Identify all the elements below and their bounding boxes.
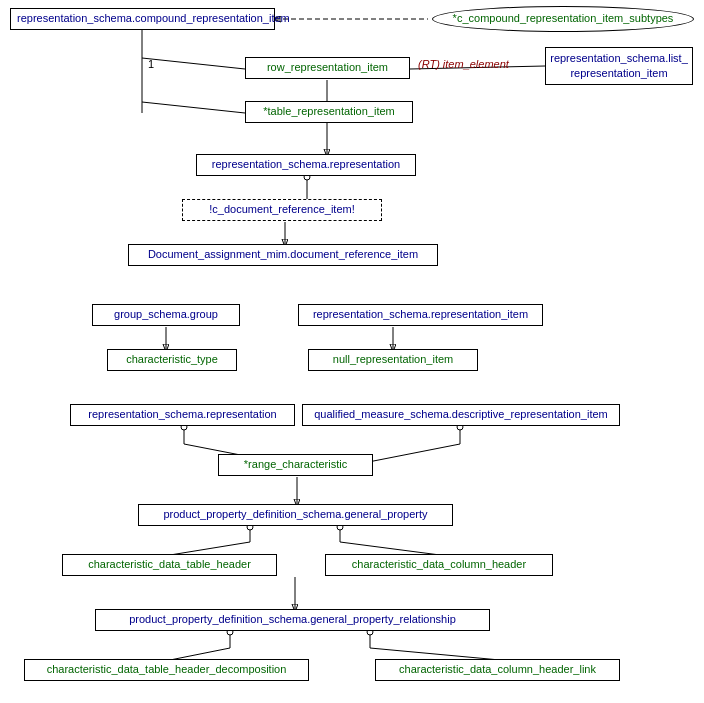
compound-representation-item-node: representation_schema.compound_represent… (10, 8, 275, 30)
list-representation-item-node: representation_schema.list_representatio… (545, 47, 693, 85)
column-header-link-node: characteristic_data_column_header_link (375, 659, 620, 681)
descriptive-representation-item-node: qualified_measure_schema.descriptive_rep… (302, 404, 620, 426)
c-compound-subtypes-label: *c_compound_representation_item_subtypes (453, 12, 674, 24)
representation-schema-representation-item-node: representation_schema.representation_ite… (298, 304, 543, 326)
representation1-node: representation_schema.representation (196, 154, 416, 176)
representation2-node: representation_schema.representation (70, 404, 295, 426)
row-representation-item-node: row_representation_item (245, 57, 410, 79)
representation-schema-representation-item-label: representation_schema.representation_ite… (313, 308, 528, 320)
general-property-relationship-label: product_property_definition_schema.gener… (129, 613, 456, 625)
general-property-relationship-node: product_property_definition_schema.gener… (95, 609, 490, 631)
document-reference-item-label: Document_assignment_mim.document_referen… (148, 248, 418, 260)
range-characteristic-node: *range_characteristic (218, 454, 373, 476)
representation1-label: representation_schema.representation (212, 158, 400, 170)
characteristic-type-node: characteristic_type (107, 349, 237, 371)
range-characteristic-label: *range_characteristic (244, 458, 347, 470)
table-representation-item-node: *table_representation_item (245, 101, 413, 123)
characteristic-data-table-header-label: characteristic_data_table_header (88, 558, 251, 570)
null-representation-item-label: null_representation_item (333, 353, 453, 365)
c-compound-subtypes-node: *c_compound_representation_item_subtypes (432, 6, 694, 32)
table-header-decomposition-label: characteristic_data_table_header_decompo… (47, 663, 287, 675)
svg-line-4 (142, 102, 245, 113)
multiplicity-label: 1 (148, 58, 154, 70)
compound-representation-item-label: representation_schema.compound_represent… (17, 12, 290, 24)
document-reference-item-node: Document_assignment_mim.document_referen… (128, 244, 438, 266)
general-property-node: product_property_definition_schema.gener… (138, 504, 453, 526)
c-document-reference-item-node: !c_document_reference_item! (182, 199, 382, 221)
row-representation-item-label: row_representation_item (267, 61, 388, 73)
representation2-label: representation_schema.representation (88, 408, 276, 420)
characteristic-data-column-header-node: characteristic_data_column_header (325, 554, 553, 576)
column-header-link-label: characteristic_data_column_header_link (399, 663, 596, 675)
diagram-container: representation_schema.compound_represent… (0, 0, 704, 703)
characteristic-data-column-header-label: characteristic_data_column_header (352, 558, 526, 570)
svg-line-3 (142, 58, 245, 69)
null-representation-item-node: null_representation_item (308, 349, 478, 371)
table-header-decomposition-node: characteristic_data_table_header_decompo… (24, 659, 309, 681)
c-document-reference-item-label: !c_document_reference_item! (209, 203, 355, 215)
characteristic-type-label: characteristic_type (126, 353, 218, 365)
table-representation-item-label: *table_representation_item (263, 105, 394, 117)
list-representation-item-label: representation_schema.list_representatio… (550, 51, 688, 82)
characteristic-data-table-header-node: characteristic_data_table_header (62, 554, 277, 576)
group-schema-group-label: group_schema.group (114, 308, 218, 320)
general-property-label: product_property_definition_schema.gener… (163, 508, 427, 520)
group-schema-group-node: group_schema.group (92, 304, 240, 326)
descriptive-representation-item-label: qualified_measure_schema.descriptive_rep… (314, 408, 608, 420)
rt-item-element-label: (RT) item_element (418, 58, 509, 70)
